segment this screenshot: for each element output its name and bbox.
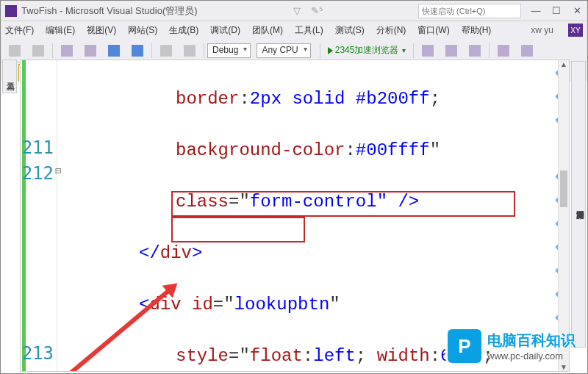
vertical-scrollbar[interactable]: ▲ ▼ bbox=[558, 60, 569, 371]
line-gutter: . . . 211 212 . . . . . . 213 bbox=[21, 60, 57, 371]
signed-in-user[interactable]: xw yu bbox=[531, 25, 553, 35]
window-buttons: — ☐ ✕ bbox=[526, 5, 587, 16]
notify-icon[interactable]: ▽ bbox=[293, 5, 301, 16]
play-icon bbox=[328, 47, 333, 54]
menu-bar: 文件(F) 编辑(E) 视图(V) 网站(S) 生成(B) 调试(D) 团队(M… bbox=[1, 21, 587, 39]
open-button[interactable] bbox=[79, 43, 101, 59]
scroll-down-icon[interactable]: ▼ bbox=[559, 363, 569, 371]
titlebar-center-icons: ▽ ✎⁵ bbox=[198, 5, 418, 16]
menu-debug[interactable]: 调试(D) bbox=[210, 24, 240, 37]
line-number: 212 bbox=[22, 163, 54, 189]
fold-toggle-icon[interactable]: ⊟ bbox=[54, 165, 62, 176]
menu-website[interactable]: 网站(S) bbox=[128, 24, 157, 37]
start-debug-label: 2345加速浏览器 bbox=[335, 44, 399, 57]
menu-build[interactable]: 生成(B) bbox=[169, 24, 198, 37]
maximize-button[interactable]: ☐ bbox=[546, 5, 567, 16]
scrollbar-thumb[interactable] bbox=[560, 170, 567, 207]
vs-logo-icon bbox=[5, 5, 17, 17]
code-editor[interactable]: . . . 211 212 . . . . . . 213 ⊟ border:2… bbox=[20, 60, 570, 372]
toolbar-icon-b[interactable] bbox=[440, 43, 462, 59]
line-number: 211 bbox=[22, 137, 54, 163]
menu-edit[interactable]: 编辑(E) bbox=[46, 24, 75, 37]
back-button[interactable] bbox=[4, 43, 26, 59]
title-bar: TwoFish - Microsoft Visual Studio(管理员) ▽… bbox=[1, 1, 587, 21]
save-button[interactable] bbox=[103, 43, 125, 59]
scroll-up-icon[interactable]: ▲ bbox=[559, 60, 569, 68]
quick-launch-input[interactable] bbox=[418, 4, 521, 18]
annotation-highlight-box bbox=[171, 191, 515, 217]
annotation-highlight-box bbox=[171, 217, 305, 242]
toolbar-icon-a[interactable] bbox=[417, 43, 439, 59]
toolbar-icon-e[interactable] bbox=[516, 43, 538, 59]
minimize-button[interactable]: — bbox=[526, 5, 546, 16]
save-all-button[interactable] bbox=[126, 43, 148, 59]
start-debug-button[interactable]: 2345加速浏览器 ▾ bbox=[323, 43, 411, 58]
menu-help[interactable]: 帮助(H) bbox=[462, 24, 492, 37]
toolbox-panel-collapsed[interactable]: 工具箱 bbox=[2, 60, 17, 93]
menu-view[interactable]: 视图(V) bbox=[87, 24, 116, 37]
menu-file[interactable]: 文件(F) bbox=[5, 24, 34, 37]
forward-button[interactable] bbox=[27, 43, 49, 59]
config-combo[interactable]: Debug bbox=[207, 43, 251, 58]
redo-button[interactable] bbox=[179, 43, 201, 59]
toolbar-icon-d[interactable] bbox=[492, 43, 514, 59]
close-button[interactable]: ✕ bbox=[567, 5, 587, 16]
line-number: 213 bbox=[22, 343, 54, 369]
menu-analyze[interactable]: 分析(N) bbox=[376, 24, 406, 37]
undo-button[interactable] bbox=[155, 43, 177, 59]
menu-team[interactable]: 团队(M) bbox=[252, 24, 283, 37]
toolbar-icon-c[interactable] bbox=[464, 43, 486, 59]
new-button[interactable] bbox=[56, 43, 78, 59]
window-title: TwoFish - Microsoft Visual Studio(管理员) bbox=[21, 4, 198, 18]
platform-combo[interactable]: Any CPU bbox=[257, 43, 310, 58]
user-avatar[interactable]: XY bbox=[568, 24, 583, 37]
menu-window[interactable]: 窗口(W) bbox=[417, 24, 449, 37]
feedback-icon[interactable]: ✎⁵ bbox=[311, 5, 323, 16]
menu-test[interactable]: 测试(S) bbox=[335, 24, 365, 37]
menu-tools[interactable]: 工具(L) bbox=[295, 24, 323, 37]
right-panels: 解决方案资源管理器 团队资源管理器 属性 bbox=[571, 61, 586, 348]
